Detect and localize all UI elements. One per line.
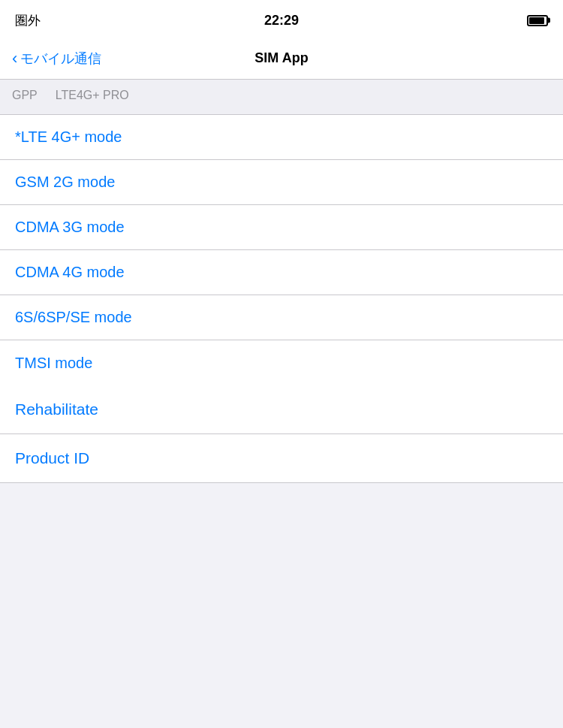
segment-area: GPP LTE4G+ PRO xyxy=(0,80,563,115)
rehabilitate-button[interactable]: Rehabilitate xyxy=(0,385,563,434)
bottom-section: Rehabilitate Product ID xyxy=(0,385,563,483)
battery-icon xyxy=(527,15,548,26)
nav-bar: ‹ モバイル通信 SIM App xyxy=(0,38,563,80)
list-item-label: *LTE 4G+ mode xyxy=(15,128,122,146)
chevron-left-icon: ‹ xyxy=(12,49,17,68)
back-label: モバイル通信 xyxy=(20,50,101,68)
page-title: SIM App xyxy=(254,50,308,66)
list-item-gsm2g-mode[interactable]: GSM 2G mode xyxy=(0,160,563,205)
status-bar: 圏外 22:29 xyxy=(0,0,563,38)
product-id-label: Product ID xyxy=(15,449,89,467)
list-item-tmsi-mode[interactable]: TMSI mode xyxy=(0,340,563,385)
list-item-lte4g-mode[interactable]: *LTE 4G+ mode xyxy=(0,115,563,160)
segment-control: GPP LTE4G+ PRO xyxy=(12,89,551,105)
menu-list: *LTE 4G+ mode GSM 2G mode CDMA 3G mode C… xyxy=(0,115,563,385)
status-right xyxy=(527,15,548,26)
list-item-label: CDMA 4G mode xyxy=(15,264,125,281)
product-id-button[interactable]: Product ID xyxy=(0,434,563,483)
back-button[interactable]: ‹ モバイル通信 xyxy=(12,49,101,68)
list-item-6s-mode[interactable]: 6S/6SP/SE mode xyxy=(0,295,563,340)
signal-status: 圏外 xyxy=(15,12,41,29)
list-item-label: 6S/6SP/SE mode xyxy=(15,309,132,326)
list-item-label: TMSI mode xyxy=(15,355,92,372)
segment-item-gpp[interactable]: GPP xyxy=(12,89,38,105)
list-item-cdma3g-mode[interactable]: CDMA 3G mode xyxy=(0,205,563,250)
clock: 22:29 xyxy=(264,13,299,29)
list-item-label: CDMA 3G mode xyxy=(15,219,125,236)
segment-item-lte4g[interactable]: LTE4G+ PRO xyxy=(56,89,129,105)
rehabilitate-label: Rehabilitate xyxy=(15,400,98,418)
list-item-label: GSM 2G mode xyxy=(15,174,115,191)
list-item-cdma4g-mode[interactable]: CDMA 4G mode xyxy=(0,250,563,295)
